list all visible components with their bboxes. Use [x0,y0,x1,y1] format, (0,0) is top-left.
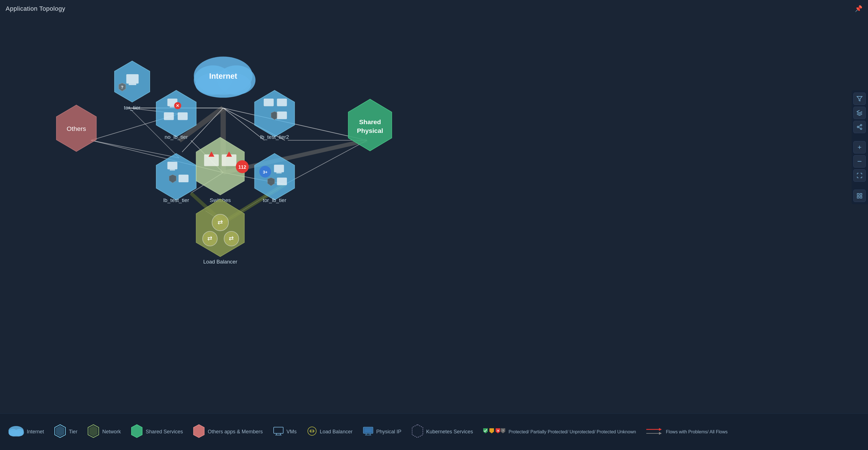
svg-line-87 [859,127,860,128]
svg-rect-90 [860,193,862,195]
vms-legend-label: VMs [287,429,297,435]
svg-text:tor_tier: tor_tier [124,105,140,111]
svg-line-8 [91,140,179,158]
protected-legend-item: ✕ ? Protected/ Partially Protected/ Unpr… [483,427,636,437]
fit-button[interactable] [853,169,866,182]
svg-line-88 [859,125,860,127]
svg-marker-119 [659,432,662,435]
svg-text:Physical: Physical [357,127,383,134]
others-apps-legend-item: Others apps & Members [193,424,262,439]
load-balancer-legend-item: Load Balancer [307,426,352,438]
svg-rect-30 [129,84,136,85]
svg-text:3+: 3+ [263,170,268,174]
svg-text:Load Balancer: Load Balancer [203,259,237,265]
right-toolbar: + − [851,90,868,204]
physical-ip-legend-shape [363,427,373,437]
protected-legend-label: Protected/ Partially Protected/ Unprotec… [508,429,636,434]
svg-rect-89 [857,193,859,195]
zoom-in-button[interactable]: + [853,141,866,153]
svg-text:✕: ✕ [176,103,179,108]
vms-legend-shape [273,427,284,437]
svg-rect-29 [126,74,139,84]
tier-legend-item: Tier [54,424,77,439]
svg-rect-92 [860,197,862,198]
kubernetes-legend-item: Kubernetes Services [411,424,473,439]
svg-marker-102 [193,425,204,438]
lb-test-tier-node[interactable]: lb_test_tier [156,153,196,203]
svg-marker-117 [659,428,662,431]
internet-node[interactable]: Internet [194,57,255,98]
protected-legend-shape: ✕ ? [483,427,506,437]
svg-text:tor_lb_tier: tor_lb_tier [263,197,286,203]
svg-line-18 [285,140,367,184]
zoom-out-button[interactable]: − [853,155,866,168]
svg-marker-98 [56,426,64,437]
network-legend-label: Network [102,429,121,435]
expand-button[interactable] [853,189,866,202]
svg-text:lb_test_tier: lb_test_tier [163,197,189,203]
tier-legend-shape [54,424,66,439]
kubernetes-legend-label: Kubernetes Services [426,429,473,435]
internet-legend-shape [8,426,24,438]
network-legend-item: Network [88,424,121,439]
svg-rect-42 [178,112,188,120]
svg-rect-109 [364,428,372,432]
svg-text:Internet: Internet [209,72,237,81]
svg-point-85 [857,126,859,128]
svg-marker-64 [255,153,295,200]
shared-services-legend-shape [131,424,143,439]
app-title: Application Topology [6,5,65,12]
svg-rect-91 [857,197,859,198]
layers-button[interactable] [853,107,866,119]
filter-button[interactable] [853,93,866,105]
svg-text:Others: Others [67,125,86,132]
load-balancer-legend-shape [307,426,317,438]
others-node[interactable]: Others [56,105,96,151]
share-button[interactable] [853,121,866,133]
svg-text:?: ? [121,85,124,89]
svg-point-86 [860,128,862,130]
tier-legend-label: Tier [69,429,77,435]
svg-rect-68 [276,172,282,174]
svg-rect-54 [277,112,287,119]
legend-bar: Internet Tier Network Shared Services [0,413,868,450]
physical-ip-legend-label: Physical IP [376,429,401,435]
svg-text:⇄: ⇄ [207,235,212,241]
svg-marker-83 [857,96,862,101]
svg-marker-101 [131,425,142,438]
switches-node[interactable]: 112 Switches [196,138,249,203]
flows-legend-shape [646,427,663,437]
svg-rect-70 [277,177,287,185]
svg-text:✕: ✕ [496,429,499,432]
tor-lb-tier-node[interactable]: 3+ tor_lb_tier [255,153,295,203]
vms-legend-item: VMs [273,427,297,437]
svg-text:no_lb_tier: no_lb_tier [165,134,188,140]
svg-text:⇄: ⇄ [217,218,223,226]
svg-text:?: ? [502,429,504,432]
svg-marker-113 [412,425,423,438]
pin-icon[interactable]: 📌 [855,5,862,12]
topology-canvas: Internet ? tor_tier Others ✕ no_lb_tier [0,17,851,399]
kubernetes-legend-shape [411,424,424,439]
flows-legend-item: Flows with Problems/ All Flows [646,427,728,437]
load-balancer-node[interactable]: ⇄ ⇄ ⇄ Load Balancer [196,199,244,265]
load-balancer-legend-label: Load Balancer [320,429,352,435]
svg-text:112: 112 [238,164,246,170]
physical-ip-legend-item: Physical IP [363,427,401,437]
svg-point-96 [9,430,23,437]
shared-services-legend-label: Shared Services [146,429,183,435]
internet-legend-item: Internet [8,426,44,438]
tor-tier-node[interactable]: ? tor_tier [115,61,150,111]
svg-rect-48 [179,175,188,182]
flows-legend-label: Flows with Problems/ All Flows [666,429,728,434]
internet-legend-label: Internet [27,429,44,435]
svg-rect-103 [274,427,283,433]
svg-rect-67 [274,165,284,172]
lb-test-tier2-node[interactable]: lb_test_tier2 [255,90,295,140]
network-legend-shape [88,424,99,439]
svg-rect-52 [277,98,287,106]
svg-point-84 [860,124,862,126]
svg-rect-51 [264,98,274,106]
svg-text:Shared: Shared [359,118,381,125]
shared-services-legend-item: Shared Services [131,424,183,439]
